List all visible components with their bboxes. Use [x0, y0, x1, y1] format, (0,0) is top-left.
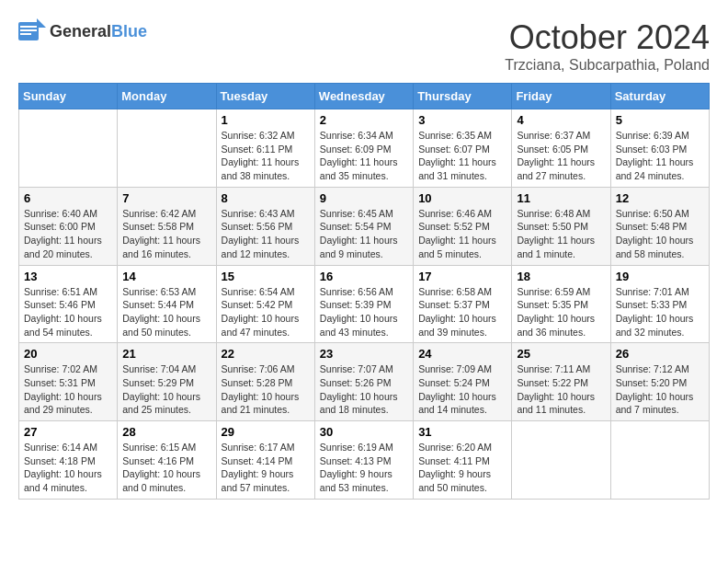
logo-icon [18, 18, 46, 44]
calendar-cell: 15Sunrise: 6:54 AM Sunset: 5:42 PM Dayli… [216, 265, 314, 343]
svg-rect-4 [20, 33, 31, 35]
day-number: 27 [24, 425, 112, 439]
day-number: 20 [24, 347, 112, 361]
day-info: Sunrise: 7:06 AM Sunset: 5:28 PM Dayligh… [222, 362, 310, 417]
day-info: Sunrise: 6:48 AM Sunset: 5:50 PM Dayligh… [517, 207, 605, 261]
day-number: 25 [517, 347, 605, 361]
logo-general-text: General [50, 22, 111, 40]
calendar-cell [512, 421, 610, 500]
day-number: 11 [517, 191, 605, 205]
calendar-cell: 4Sunrise: 6:37 AM Sunset: 6:05 PM Daylig… [512, 109, 610, 188]
calendar-cell: 3Sunrise: 6:35 AM Sunset: 6:07 PM Daylig… [414, 109, 512, 188]
calendar-table: SundayMondayTuesdayWednesdayThursdayFrid… [18, 83, 710, 500]
day-info: Sunrise: 6:46 AM Sunset: 5:52 PM Dayligh… [418, 207, 506, 261]
day-info: Sunrise: 6:54 AM Sunset: 5:42 PM Dayligh… [222, 285, 310, 339]
calendar-cell: 31Sunrise: 6:20 AM Sunset: 4:11 PM Dayli… [414, 421, 512, 500]
weekday-header: Monday [118, 84, 216, 109]
calendar-cell: 5Sunrise: 6:39 AM Sunset: 6:03 PM Daylig… [610, 109, 709, 188]
day-info: Sunrise: 6:56 AM Sunset: 5:39 PM Dayligh… [320, 285, 408, 339]
day-info: Sunrise: 6:59 AM Sunset: 5:35 PM Dayligh… [517, 285, 605, 339]
calendar-cell: 29Sunrise: 6:17 AM Sunset: 4:14 PM Dayli… [216, 421, 314, 500]
day-number: 22 [222, 347, 310, 361]
calendar-cell: 25Sunrise: 7:11 AM Sunset: 5:22 PM Dayli… [512, 343, 610, 421]
weekday-header: Saturday [610, 84, 709, 109]
weekday-header: Thursday [414, 84, 512, 109]
day-info: Sunrise: 6:32 AM Sunset: 6:11 PM Dayligh… [222, 129, 310, 183]
day-number: 29 [222, 425, 310, 439]
calendar-cell: 27Sunrise: 6:14 AM Sunset: 4:18 PM Dayli… [19, 421, 118, 500]
day-number: 26 [616, 347, 704, 361]
calendar-cell: 1Sunrise: 6:32 AM Sunset: 6:11 PM Daylig… [216, 109, 314, 188]
calendar-cell: 16Sunrise: 6:56 AM Sunset: 5:39 PM Dayli… [314, 265, 413, 343]
day-number: 14 [122, 270, 210, 283]
day-info: Sunrise: 7:01 AM Sunset: 5:33 PM Dayligh… [616, 285, 704, 339]
calendar-week-row: 1Sunrise: 6:32 AM Sunset: 6:11 PM Daylig… [19, 109, 710, 188]
day-number: 9 [320, 191, 408, 205]
weekday-header: Wednesday [314, 84, 413, 109]
day-info: Sunrise: 6:40 AM Sunset: 6:00 PM Dayligh… [24, 207, 112, 261]
day-info: Sunrise: 7:04 AM Sunset: 5:29 PM Dayligh… [122, 362, 210, 417]
calendar-cell: 22Sunrise: 7:06 AM Sunset: 5:28 PM Dayli… [216, 343, 314, 421]
day-number: 31 [418, 425, 506, 439]
day-number: 12 [616, 191, 704, 205]
calendar-cell [19, 109, 118, 188]
day-info: Sunrise: 6:20 AM Sunset: 4:11 PM Dayligh… [418, 441, 506, 495]
svg-marker-1 [37, 18, 46, 28]
day-number: 28 [122, 425, 210, 439]
location-title: Trzciana, Subcarpathia, Poland [505, 57, 710, 74]
day-number: 3 [418, 113, 506, 127]
day-number: 19 [616, 270, 704, 283]
day-info: Sunrise: 6:15 AM Sunset: 4:16 PM Dayligh… [122, 441, 210, 495]
day-info: Sunrise: 7:09 AM Sunset: 5:24 PM Dayligh… [418, 362, 506, 417]
day-info: Sunrise: 6:43 AM Sunset: 5:56 PM Dayligh… [222, 207, 310, 261]
calendar-cell: 6Sunrise: 6:40 AM Sunset: 6:00 PM Daylig… [19, 187, 118, 265]
day-info: Sunrise: 6:39 AM Sunset: 6:03 PM Dayligh… [616, 129, 704, 183]
calendar-cell: 18Sunrise: 6:59 AM Sunset: 5:35 PM Dayli… [512, 265, 610, 343]
calendar-week-row: 27Sunrise: 6:14 AM Sunset: 4:18 PM Dayli… [19, 421, 710, 500]
day-number: 24 [418, 347, 506, 361]
day-info: Sunrise: 7:07 AM Sunset: 5:26 PM Dayligh… [320, 362, 408, 417]
calendar-cell [118, 109, 216, 188]
day-number: 4 [517, 113, 605, 127]
day-number: 16 [320, 270, 408, 283]
day-info: Sunrise: 6:34 AM Sunset: 6:09 PM Dayligh… [320, 129, 408, 183]
calendar-cell: 9Sunrise: 6:45 AM Sunset: 5:54 PM Daylig… [314, 187, 413, 265]
calendar-cell: 20Sunrise: 7:02 AM Sunset: 5:31 PM Dayli… [19, 343, 118, 421]
calendar-cell: 12Sunrise: 6:50 AM Sunset: 5:48 PM Dayli… [610, 187, 709, 265]
day-number: 21 [122, 347, 210, 361]
day-number: 7 [122, 191, 210, 205]
day-number: 8 [222, 191, 310, 205]
day-info: Sunrise: 6:14 AM Sunset: 4:18 PM Dayligh… [24, 441, 112, 495]
day-info: Sunrise: 6:45 AM Sunset: 5:54 PM Dayligh… [320, 207, 408, 261]
day-info: Sunrise: 6:58 AM Sunset: 5:37 PM Dayligh… [418, 285, 506, 339]
day-info: Sunrise: 7:11 AM Sunset: 5:22 PM Dayligh… [517, 362, 605, 417]
calendar-cell: 14Sunrise: 6:53 AM Sunset: 5:44 PM Dayli… [118, 265, 216, 343]
weekday-header: Friday [512, 84, 610, 109]
day-info: Sunrise: 6:53 AM Sunset: 5:44 PM Dayligh… [122, 285, 210, 339]
calendar-cell: 2Sunrise: 6:34 AM Sunset: 6:09 PM Daylig… [314, 109, 413, 188]
calendar-cell: 8Sunrise: 6:43 AM Sunset: 5:56 PM Daylig… [216, 187, 314, 265]
day-info: Sunrise: 6:51 AM Sunset: 5:46 PM Dayligh… [24, 285, 112, 339]
day-number: 23 [320, 347, 408, 361]
day-number: 13 [24, 270, 112, 283]
svg-rect-2 [20, 26, 37, 28]
day-number: 6 [24, 191, 112, 205]
day-number: 30 [320, 425, 408, 439]
calendar-cell: 23Sunrise: 7:07 AM Sunset: 5:26 PM Dayli… [314, 343, 413, 421]
day-number: 18 [517, 270, 605, 283]
calendar-week-row: 20Sunrise: 7:02 AM Sunset: 5:31 PM Dayli… [19, 343, 710, 421]
calendar-week-row: 13Sunrise: 6:51 AM Sunset: 5:46 PM Dayli… [19, 265, 710, 343]
calendar-cell: 26Sunrise: 7:12 AM Sunset: 5:20 PM Dayli… [610, 343, 709, 421]
calendar-cell: 24Sunrise: 7:09 AM Sunset: 5:24 PM Dayli… [414, 343, 512, 421]
day-number: 15 [222, 270, 310, 283]
calendar-header-row: SundayMondayTuesdayWednesdayThursdayFrid… [19, 84, 710, 109]
calendar-cell: 10Sunrise: 6:46 AM Sunset: 5:52 PM Dayli… [414, 187, 512, 265]
svg-rect-3 [20, 29, 37, 31]
day-info: Sunrise: 6:17 AM Sunset: 4:14 PM Dayligh… [222, 441, 310, 495]
calendar-cell [610, 421, 709, 500]
day-info: Sunrise: 6:37 AM Sunset: 6:05 PM Dayligh… [517, 129, 605, 183]
month-title: October 2024 [505, 18, 710, 57]
calendar-cell: 19Sunrise: 7:01 AM Sunset: 5:33 PM Dayli… [610, 265, 709, 343]
calendar-week-row: 6Sunrise: 6:40 AM Sunset: 6:00 PM Daylig… [19, 187, 710, 265]
calendar-cell: 28Sunrise: 6:15 AM Sunset: 4:16 PM Dayli… [118, 421, 216, 500]
